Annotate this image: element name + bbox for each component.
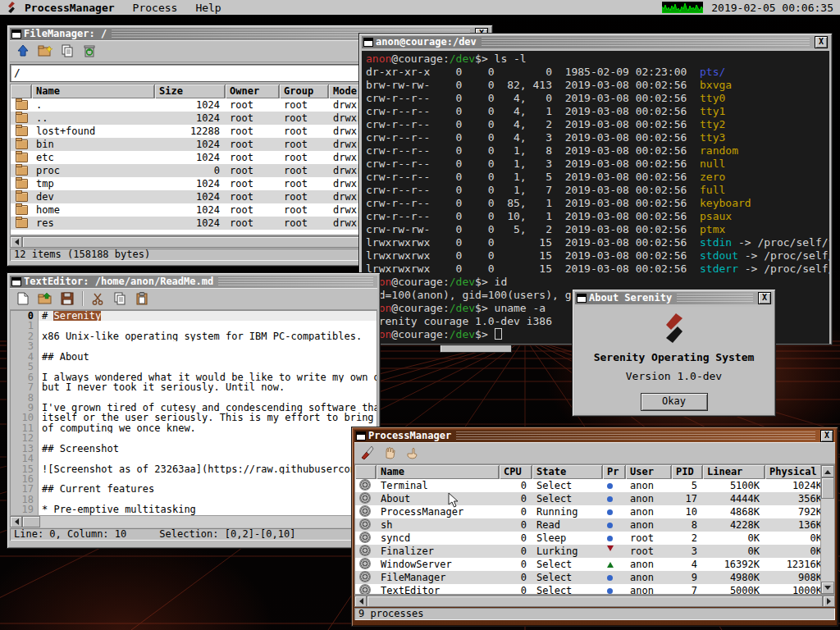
editor-line: 15![Screenshot as of 23263aa](https://ra… [11,464,377,474]
stop-process-icon[interactable] [381,444,399,462]
col-size[interactable]: Size [155,84,226,98]
process-row[interactable]: sh0Readanon84228K136K [355,518,834,532]
process-gear-icon [360,506,370,516]
process-vertical-scrollbar[interactable] [820,465,834,594]
okay-button[interactable]: Okay [641,393,708,411]
texteditor-horizontal-scrollbar[interactable] [10,515,377,527]
process-row[interactable]: Finalizer0Lurkingroot30K0K [355,545,834,558]
editor-line: 16 [11,474,377,484]
line-number: 4 [11,352,39,362]
serenity-bolt-logo [663,313,686,343]
col-priority[interactable]: Pr [603,465,626,479]
kill-process-icon[interactable] [358,444,377,462]
terminal-line: crw-r--r-- 0 0 1, 8 2019-03-08 00:02:56 … [366,144,829,158]
col-icon[interactable] [355,465,377,479]
go-up-icon[interactable] [14,42,32,60]
scroll-thumb[interactable] [821,477,834,499]
menu-help[interactable]: Help [195,2,221,14]
editor-line: 14 [11,454,377,463]
terminal-titlebar[interactable]: anon@courage:/dev X [362,36,829,48]
mouse-cursor [448,492,459,509]
close-icon[interactable]: X [815,36,828,48]
editor-line: 10itself or the user seriously. This is … [11,413,377,422]
new-document-icon[interactable] [14,290,32,308]
close-icon[interactable]: X [758,292,771,304]
process-row[interactable]: Terminal0Selectanon55100K1024K [355,479,834,492]
scroll-thumb[interactable] [22,516,40,527]
processmanager-statusbar: 9 processes [354,608,835,620]
col-pid[interactable]: PID [672,465,703,479]
process-row[interactable]: ProcessManager0Runninganon104868K792K [355,505,834,518]
line-number: 14 [11,454,39,463]
continue-process-icon[interactable] [403,444,421,462]
menu-process[interactable]: Process [133,2,178,14]
open-icon[interactable] [36,290,54,308]
scroll-thumb[interactable] [367,596,823,607]
editor-line: 13## Screenshot [11,444,377,454]
scroll-up-icon[interactable] [821,465,834,477]
col-name[interactable]: Name [377,465,500,479]
terminal-title: anon@courage:/dev [376,36,477,48]
terminal-line: crw-r--r-- 0 0 1, 3 2019-03-08 00:02:56 … [366,158,829,171]
copy-icon[interactable] [58,42,76,60]
terminal-line: anon@courage:/dev$> id [366,276,829,289]
editor-line: 18 [11,495,377,504]
col-state[interactable]: State [532,465,603,479]
menubar: ProcessManager Process Help 2019-02-05 0… [0,0,840,16]
process-gear-icon [360,493,370,503]
editor-line: 11of computing we once knew. [11,423,377,433]
scroll-right-icon[interactable] [823,596,835,607]
new-folder-icon[interactable] [36,42,54,60]
scroll-down-icon[interactable] [821,582,834,594]
selection-range: Selection: [0,2]-[0,10] [159,528,295,541]
delete-icon[interactable] [80,42,98,60]
scroll-left-icon[interactable] [10,516,22,527]
col-owner[interactable]: Owner [226,84,280,98]
process-row[interactable]: syncd0Sleeproot20K0K [355,532,834,545]
texteditor-window: TextEditor: /home/anon/ReadMe.md 0# Sere… [7,272,381,549]
col-physical[interactable]: Physical [765,465,828,479]
about-dialog: About Serenity X Serenity Operating Syst… [572,289,776,417]
process-row[interactable]: FileManager0Selectanon94980K908K [355,571,834,584]
col-icon[interactable] [11,84,32,98]
editor-line: 4## About [11,352,377,362]
folder-icon [16,126,28,136]
save-icon[interactable] [58,290,76,308]
menubar-clock: 2019-02-05 00:06:35 [711,2,833,14]
close-icon[interactable]: X [820,430,833,442]
col-cpu[interactable]: CPU [500,465,532,479]
about-titlebar[interactable]: About Serenity X [575,292,773,304]
col-user[interactable]: User [626,465,672,479]
process-horizontal-scrollbar[interactable] [354,595,835,607]
editor-line: 17## Current features [11,484,377,494]
terminal-line: lrwxrwxrwx 0 0 15 2019-03-08 00:02:56 st… [366,262,829,276]
col-group[interactable]: Group [280,84,329,98]
priority-normal-icon [607,575,613,581]
texteditor-content[interactable]: 0# Serenity12x86 Unix-like operating sys… [10,310,377,515]
folder-icon [16,153,28,162]
cut-icon[interactable] [89,290,107,308]
menubar-app-name[interactable]: ProcessManager [25,2,115,14]
window-icon [363,38,373,47]
processmanager-titlebar[interactable]: ProcessManager X [354,430,835,442]
about-title: About Serenity [589,292,672,304]
editor-line: 0# Serenity [11,311,377,321]
processmanager-window: ProcessManager X Name CPU State Pr User … [351,427,838,627]
col-linear[interactable]: Linear [703,465,765,479]
editor-line: 3 [11,341,377,351]
line-number: 19 [11,504,39,514]
terminal-line: crw-r--r-- 0 0 4, 3 2019-03-08 00:02:56 … [366,131,829,144]
terminal-line: crw-r--r-- 0 0 4, 0 2019-03-08 00:02:56 … [366,92,829,105]
process-row[interactable]: TextEditor0Selectanon75000K1000K [355,584,834,595]
col-name[interactable]: Name [32,84,155,98]
paste-icon[interactable] [133,290,151,308]
process-row[interactable]: WindowServer0Selectanon416392K12316K [355,558,834,571]
scroll-left-icon[interactable] [10,236,22,248]
texteditor-titlebar[interactable]: TextEditor: /home/anon/ReadMe.md [10,276,377,288]
copy-icon[interactable] [111,290,129,308]
folder-icon [16,179,28,189]
process-gear-icon [360,572,370,582]
line-number: 12 [11,433,39,443]
scroll-left-icon[interactable] [354,596,367,607]
process-row[interactable]: About0Selectanon174444K356K [355,492,834,505]
